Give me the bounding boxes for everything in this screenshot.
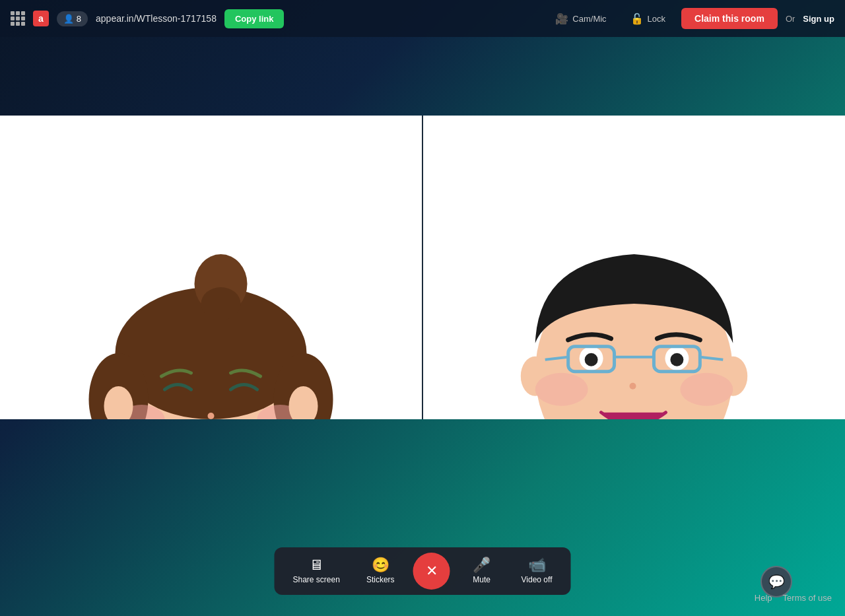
claim-room-button[interactable]: Claim this room — [681, 8, 778, 29]
share-screen-label: Share screen — [293, 575, 340, 584]
sign-up-link[interactable]: Sign up — [803, 14, 834, 24]
cam-mic-button[interactable]: 🎥 Cam/Mic — [547, 9, 614, 29]
camera-icon: 🎥 — [555, 13, 568, 25]
user-count: 8 — [77, 14, 81, 24]
terms-link[interactable]: Terms of use — [783, 593, 832, 603]
svg-point-28 — [630, 383, 636, 390]
room-url: appear.in/WTlesson-1717158 — [96, 13, 217, 24]
lock-button[interactable]: 🔓 Lock — [623, 9, 673, 29]
stickers-label: Stickers — [366, 575, 395, 584]
close-icon: ✕ — [426, 563, 438, 580]
avatar-female — [0, 116, 422, 419]
logo[interactable]: a — [33, 11, 49, 26]
user-count-badge: 👤 8 — [57, 11, 88, 26]
microphone-icon: 🎤 — [473, 558, 490, 572]
stickers-button[interactable]: 😊 Stickers — [353, 553, 408, 590]
svg-point-6 — [201, 287, 241, 320]
lock-icon: 🔓 — [630, 13, 644, 25]
video-off-label: Video off — [522, 575, 553, 584]
toolbar: 🖥 Share screen 😊 Stickers ✕ 🎤 Mute 📹 Vid… — [275, 547, 571, 595]
video-camera-icon: 📹 — [528, 558, 546, 572]
header: a 👤 8 appear.in/WTlesson-1717158 Copy li… — [0, 0, 845, 37]
svg-point-9 — [208, 413, 215, 419]
lock-label: Lock — [648, 14, 665, 24]
svg-point-21 — [585, 353, 598, 366]
avatar-male — [423, 116, 845, 419]
mute-label: Mute — [473, 575, 490, 584]
video-off-button[interactable]: 📹 Video off — [508, 553, 566, 590]
video-cell-right — [423, 116, 845, 419]
svg-point-30 — [680, 373, 733, 406]
screen-share-icon: 🖥 — [309, 558, 323, 572]
or-text: Or — [786, 14, 795, 24]
help-link[interactable]: Help — [755, 593, 772, 603]
video-grid — [0, 116, 845, 419]
cam-mic-label: Cam/Mic — [572, 14, 606, 24]
svg-point-22 — [670, 353, 683, 366]
svg-point-29 — [535, 373, 588, 406]
copy-link-button[interactable]: Copy link — [224, 9, 285, 28]
mute-audio-button[interactable]: 🎤 Mute — [456, 553, 508, 590]
user-icon: 👤 — [63, 14, 74, 24]
apps-grid-icon[interactable] — [11, 11, 25, 26]
video-cell-left — [0, 116, 423, 419]
mute-button[interactable]: ✕ — [413, 553, 450, 590]
sticker-icon: 😊 — [372, 558, 389, 572]
chat-icon: 💬 — [768, 574, 785, 590]
footer-links: Help Terms of use — [755, 593, 832, 603]
share-screen-button[interactable]: 🖥 Share screen — [280, 553, 353, 590]
